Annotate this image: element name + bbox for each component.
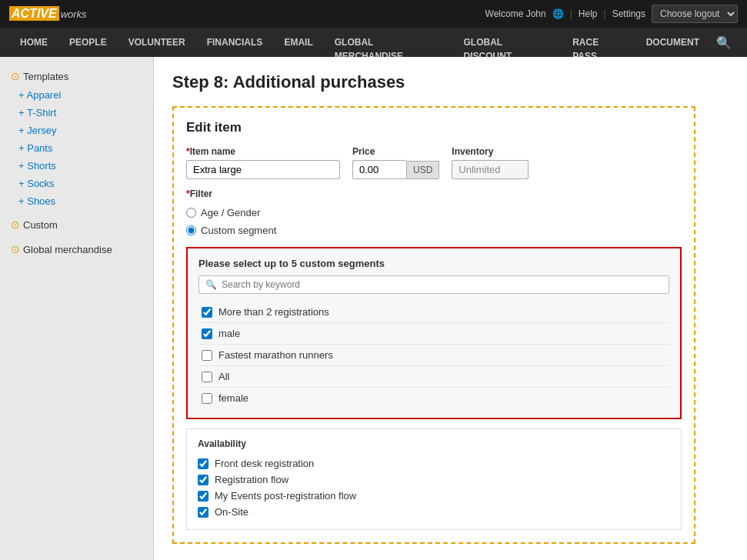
bullet-icon2: ⊙ (11, 218, 20, 231)
main-layout: ⊙ Templates Apparel T-Shirt Jersey Pants… (0, 57, 747, 560)
templates-header[interactable]: ⊙ Templates (0, 66, 153, 86)
sidebar-item-pants[interactable]: Pants (0, 139, 153, 157)
filter-label: *Filter (186, 188, 682, 199)
avail-item-1: Front desk registration (198, 455, 670, 472)
price-input[interactable] (352, 160, 406, 179)
nav-home[interactable]: HOME (9, 28, 58, 57)
segment-search-input[interactable] (222, 279, 662, 290)
custom-segment-label: Custom segment (201, 225, 276, 236)
logo: ACTIVE works (9, 7, 87, 21)
avail-item-4: On-Site (198, 504, 670, 520)
price-label: Price (352, 146, 439, 157)
content-area: Step 8: Additional purchases Edit item *… (154, 57, 747, 560)
segment-checkbox-1[interactable] (202, 307, 212, 318)
nav-financials[interactable]: FINANCIALS (196, 28, 274, 57)
segment-label-4: All (218, 371, 229, 382)
segment-checkbox-2[interactable] (202, 328, 212, 339)
navbar: HOME PEOPLE VOLUNTEER FINANCIALS EMAIL G… (0, 28, 747, 57)
search-icon[interactable]: 🔍 (710, 35, 738, 50)
bullet-icon3: ⊙ (11, 243, 20, 255)
sidebar-item-jersey[interactable]: Jersey (0, 122, 153, 139)
settings-link[interactable]: Settings (612, 8, 645, 19)
sidebar-global-merch-section: ⊙ Global merchandise (0, 239, 153, 259)
segment-list: More than 2 registrations male Fastest m… (198, 302, 669, 408)
segment-checkbox-3[interactable] (202, 350, 212, 361)
segment-title: Please select up to 5 custom segments (198, 258, 669, 269)
separator2: | (604, 8, 606, 19)
templates-label: Templates (23, 71, 68, 82)
sidebar-item-apparel[interactable]: Apparel (0, 86, 153, 104)
sidebar-item-shoes[interactable]: Shoes (0, 192, 153, 210)
logo-text: ACTIVE (9, 7, 59, 21)
edit-panel-title: Edit item (186, 120, 682, 135)
segment-label-3: Fastest marathon runners (218, 349, 333, 361)
list-item: All (198, 366, 669, 388)
segment-search-icon: 🔍 (205, 279, 217, 290)
list-item: male (198, 323, 669, 345)
global-merchandise-label: Global merchandise (23, 244, 112, 255)
nav-race-pass[interactable]: RACE PASS (562, 28, 635, 57)
form-row-main: *Item name Price USD Inventory (186, 146, 682, 179)
bullet-icon: ⊙ (11, 70, 20, 82)
custom-header[interactable]: ⊙ Custom (0, 215, 153, 235)
welcome-text: Welcome John (485, 8, 546, 19)
sidebar-item-tshirt[interactable]: T-Shirt (0, 104, 153, 122)
nav-people[interactable]: PEOPLE (58, 28, 118, 57)
segment-search-box[interactable]: 🔍 (198, 275, 669, 294)
currency-label: USD (406, 161, 439, 179)
nav-global-discount[interactable]: GLOBAL DISCOUNT (452, 28, 562, 57)
list-item: More than 2 registrations (198, 302, 669, 323)
segment-checkbox-5[interactable] (202, 393, 212, 404)
sidebar-item-socks[interactable]: Socks (0, 175, 153, 192)
inventory-group: Inventory (452, 146, 529, 179)
avail-label-4: On-Site (215, 506, 248, 518)
topbar-right: Welcome John 🌐 | Help | Settings Choose … (485, 5, 738, 23)
custom-segment-box: Please select up to 5 custom segments 🔍 … (186, 247, 682, 419)
sidebar: ⊙ Templates Apparel T-Shirt Jersey Pants… (0, 57, 154, 560)
avail-label-3: My Events post-registration flow (215, 490, 356, 502)
avail-label-1: Front desk registration (215, 458, 314, 469)
list-item: Fastest marathon runners (198, 345, 669, 366)
sidebar-templates-section: ⊙ Templates Apparel T-Shirt Jersey Pants… (0, 66, 153, 210)
nav-document[interactable]: DOCUMENT (635, 28, 710, 57)
avail-checkbox-3[interactable] (198, 491, 208, 502)
age-gender-radio-row: Age / Gender (186, 204, 682, 222)
avail-checkbox-2[interactable] (198, 475, 208, 485)
availability-section: Availability Front desk registration Reg… (186, 428, 682, 530)
sidebar-custom-section: ⊙ Custom (0, 215, 153, 235)
avail-label-2: Registration flow (215, 474, 288, 485)
nav-email[interactable]: EMAIL (273, 28, 323, 57)
separator1: | (570, 8, 572, 19)
page-title: Step 8: Additional purchases (172, 72, 729, 92)
inventory-input (452, 160, 529, 179)
price-input-group: USD (352, 160, 439, 179)
avail-item-3: My Events post-registration flow (198, 488, 670, 504)
age-gender-label: Age / Gender (201, 207, 260, 218)
nav-volunteer[interactable]: VOLUNTEER (118, 28, 196, 57)
avail-checkbox-1[interactable] (198, 458, 208, 469)
age-gender-radio[interactable] (186, 208, 196, 218)
list-item: female (198, 388, 669, 408)
custom-label: Custom (23, 219, 58, 231)
nav-global-merchandise[interactable]: GLOBAL MERCHANDISE (324, 28, 453, 57)
custom-segment-radio-row: Custom segment (186, 222, 682, 239)
segment-label-2: male (218, 328, 240, 339)
item-name-input[interactable] (186, 160, 340, 179)
logout-select[interactable]: Choose logout (652, 5, 738, 23)
inventory-label: Inventory (452, 146, 529, 157)
custom-segment-radio[interactable] (186, 225, 196, 235)
filter-section: *Filter Age / Gender Custom segment (186, 188, 682, 239)
help-link[interactable]: Help (579, 8, 598, 19)
global-merch-header[interactable]: ⊙ Global merchandise (0, 239, 153, 259)
avail-checkbox-4[interactable] (198, 507, 208, 518)
segment-checkbox-4[interactable] (202, 372, 212, 382)
segment-label-5: female (218, 392, 248, 404)
segment-label-1: More than 2 registrations (218, 306, 329, 318)
item-name-group: *Item name (186, 146, 340, 179)
availability-title: Availability (198, 438, 670, 449)
topbar: ACTIVE works Welcome John 🌐 | Help | Set… (0, 0, 747, 28)
sidebar-item-shorts[interactable]: Shorts (0, 157, 153, 175)
item-name-label: *Item name (186, 146, 340, 157)
logo-works: works (61, 8, 87, 20)
user-icon: 🌐 (552, 8, 564, 19)
